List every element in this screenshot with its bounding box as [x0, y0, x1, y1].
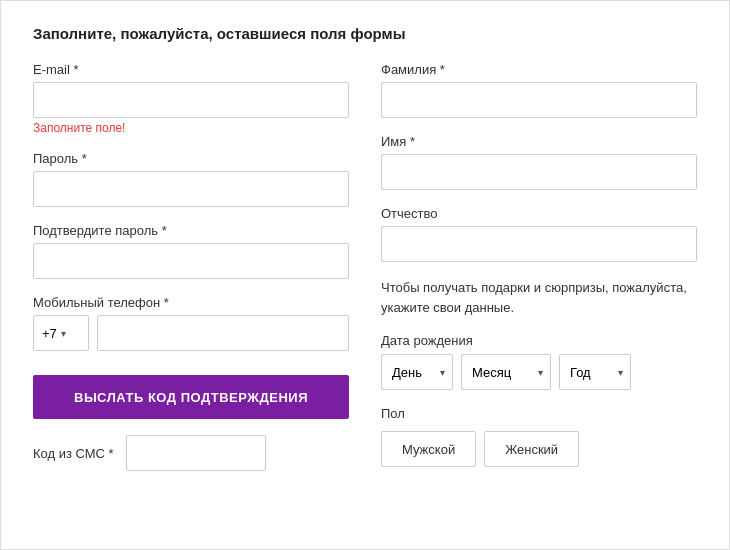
- confirm-password-input[interactable]: [33, 243, 349, 279]
- email-label: E-mail *: [33, 62, 349, 77]
- phone-prefix-selector[interactable]: +7 ▾: [33, 315, 89, 351]
- password-field-group: Пароль *: [33, 151, 349, 207]
- password-input[interactable]: [33, 171, 349, 207]
- day-select[interactable]: День: [381, 354, 453, 390]
- form-container: Заполните, пожалуйста, оставшиеся поля ф…: [0, 0, 730, 550]
- lastname-label: Фамилия *: [381, 62, 697, 77]
- form-layout: E-mail * Заполните поле! Пароль * Подтве…: [33, 62, 697, 483]
- phone-number-input[interactable]: [97, 315, 349, 351]
- phone-prefix-value: +7: [42, 326, 57, 341]
- left-column: E-mail * Заполните поле! Пароль * Подтве…: [33, 62, 349, 483]
- send-code-button[interactable]: ВЫСЛАТЬ КОД ПОДТВЕРЖДЕНИЯ: [33, 375, 349, 419]
- gender-female-button[interactable]: Женский: [484, 431, 579, 467]
- phone-label: Мобильный телефон *: [33, 295, 349, 310]
- day-wrapper: День ▾: [381, 354, 453, 390]
- gender-row: Мужской Женский: [381, 431, 697, 467]
- phone-row: +7 ▾: [33, 315, 349, 351]
- firstname-input[interactable]: [381, 154, 697, 190]
- patronymic-label: Отчество: [381, 206, 697, 221]
- phone-prefix-chevron-icon: ▾: [61, 328, 66, 339]
- confirm-password-field-group: Подтвердите пароль *: [33, 223, 349, 279]
- year-wrapper: Год ▾: [559, 354, 631, 390]
- gift-text: Чтобы получать подарки и сюрпризы, пожал…: [381, 278, 697, 317]
- sms-label: Код из СМС *: [33, 446, 114, 461]
- birthdate-row: День ▾ Месяц ▾ Год ▾: [381, 354, 697, 390]
- gender-label: Пол: [381, 406, 697, 421]
- lastname-input[interactable]: [381, 82, 697, 118]
- birthdate-label: Дата рождения: [381, 333, 697, 348]
- month-select[interactable]: Месяц: [461, 354, 551, 390]
- phone-field-group: Мобильный телефон * +7 ▾: [33, 295, 349, 351]
- email-input[interactable]: [33, 82, 349, 118]
- lastname-field-group: Фамилия *: [381, 62, 697, 118]
- sms-row: Код из СМС *: [33, 435, 349, 471]
- month-wrapper: Месяц ▾: [461, 354, 551, 390]
- patronymic-input[interactable]: [381, 226, 697, 262]
- form-title: Заполните, пожалуйста, оставшиеся поля ф…: [33, 25, 697, 42]
- password-label: Пароль *: [33, 151, 349, 166]
- email-error: Заполните поле!: [33, 121, 349, 135]
- email-field-group: E-mail * Заполните поле!: [33, 62, 349, 135]
- right-column: Фамилия * Имя * Отчество Чтобы получать …: [381, 62, 697, 483]
- gender-male-button[interactable]: Мужской: [381, 431, 476, 467]
- year-select[interactable]: Год: [559, 354, 631, 390]
- firstname-field-group: Имя *: [381, 134, 697, 190]
- birthdate-field-group: Дата рождения День ▾ Месяц ▾: [381, 333, 697, 390]
- firstname-label: Имя *: [381, 134, 697, 149]
- confirm-password-label: Подтвердите пароль *: [33, 223, 349, 238]
- gender-field-group: Пол Мужской Женский: [381, 406, 697, 467]
- patronymic-field-group: Отчество: [381, 206, 697, 262]
- sms-code-input[interactable]: [126, 435, 266, 471]
- gift-text-group: Чтобы получать подарки и сюрпризы, пожал…: [381, 278, 697, 317]
